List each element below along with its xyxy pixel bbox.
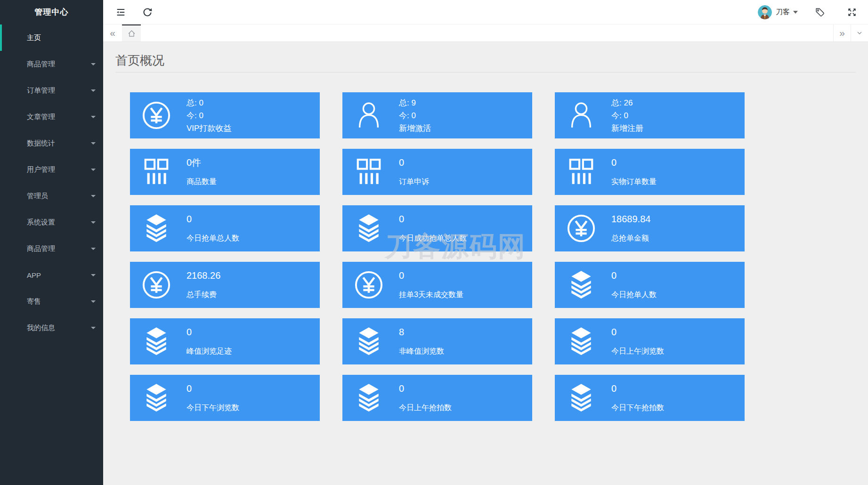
stat-today: 今: 0 <box>187 109 320 122</box>
stat-today: 今: 0 <box>611 109 745 122</box>
stat-value: 0 <box>399 157 532 168</box>
fullscreen-button[interactable] <box>843 0 861 24</box>
stat-total: 总: 0 <box>187 97 320 109</box>
grid-icon <box>354 157 383 186</box>
stat-card-total-grab-amount: 18689.84 总抢单金额 <box>555 205 745 251</box>
stat-value: 18689.84 <box>611 213 745 225</box>
stat-label: 总抢单金额 <box>611 234 745 243</box>
stat-card-morning-grabs: 0 今日上午抢拍数 <box>342 375 532 421</box>
topbar: 刀客 <box>103 0 868 24</box>
layers-icon <box>354 327 383 356</box>
menu-collapse-button[interactable] <box>112 0 130 24</box>
stat-card-afternoon-grabs: 0 今日下午抢拍数 <box>555 375 745 421</box>
sidebar-item-home[interactable]: 主页 <box>0 24 103 51</box>
refresh-button[interactable] <box>138 0 156 24</box>
stat-label: 今日抢单总人数 <box>187 234 320 243</box>
grid-icon <box>567 157 596 186</box>
sidebar-item-label: 商品管理 <box>27 244 55 253</box>
page-title: 首页概况 <box>115 52 856 69</box>
sidebar-item-label: 系统设置 <box>27 218 55 227</box>
tab-home[interactable] <box>122 24 141 41</box>
sidebar-item-articles[interactable]: 文章管理 <box>0 104 103 130</box>
layers-icon <box>354 214 383 243</box>
stat-card-vip-income: 总: 0 今: 0 VIP打款收益 <box>130 92 320 138</box>
tabs-menu-button[interactable] <box>851 24 868 41</box>
sidebar-item-label: 文章管理 <box>27 113 55 121</box>
stat-total: 总: 26 <box>611 97 745 109</box>
stat-cards-grid: 总: 0 今: 0 VIP打款收益 总: 9 今: 0 新增激活 总: 26 今… <box>130 92 745 421</box>
sidebar-item-label: 寄售 <box>27 297 41 306</box>
sidebar-item-goods-1[interactable]: 商品管理 <box>0 51 103 77</box>
stat-card-today-success-grab-users: 0 今日成功抢单总人数 <box>342 205 532 251</box>
stat-label: 订单申诉 <box>399 177 532 187</box>
sidebar-item-consign[interactable]: 寄售 <box>0 288 103 315</box>
sidebar-item-app[interactable]: APP <box>0 262 103 288</box>
user-icon <box>354 101 383 130</box>
sidebar-item-label: 主页 <box>27 33 41 42</box>
layers-icon <box>142 327 171 356</box>
stat-value: 0 <box>399 270 532 281</box>
stat-label: 今日上午浏览数 <box>611 347 745 356</box>
sidebar-item-label: 管理员 <box>27 192 48 201</box>
stat-card-morning-views: 0 今日上午浏览数 <box>555 318 745 364</box>
tabs-scroll-left-button[interactable]: « <box>103 24 122 41</box>
sidebar-item-label: APP <box>27 271 41 279</box>
cube-icon <box>11 297 21 306</box>
menu-collapse-icon <box>115 7 126 17</box>
cube-icon <box>11 270 21 280</box>
app-title: 管理中心 <box>0 0 103 24</box>
stat-card-goods-count: 0件 商品数量 <box>130 149 320 195</box>
yen-circle-icon <box>142 101 171 130</box>
chevron-down-icon <box>91 274 96 276</box>
stat-card-peak-views: 0 峰值浏览足迹 <box>130 318 320 364</box>
stat-label: 挂单3天未成交数量 <box>399 290 532 300</box>
stat-label: 商品数量 <box>187 177 320 187</box>
chevron-down-icon <box>91 89 96 92</box>
stat-label: 今日下午浏览数 <box>187 403 320 413</box>
layers-icon <box>567 327 596 356</box>
stat-today: 今: 0 <box>399 109 532 122</box>
user-menu[interactable]: 刀客 <box>758 5 798 19</box>
tag-button[interactable] <box>811 0 829 24</box>
chevron-down-icon <box>91 63 96 65</box>
sidebar-item-stats[interactable]: 数据统计 <box>0 130 103 156</box>
stat-value: 0件 <box>187 157 320 168</box>
sidebar-item-my-info[interactable]: 我的信息 <box>0 315 103 341</box>
chevron-down-icon <box>91 248 96 250</box>
stat-card-new-registrations: 总: 26 今: 0 新增注册 <box>555 92 745 138</box>
sidebar-item-settings[interactable]: 系统设置 <box>0 209 103 235</box>
stat-label: 今日抢单人数 <box>611 290 745 300</box>
stat-card-today-grab-people: 0 今日抢单人数 <box>555 262 745 308</box>
stat-card-total-fees: 2168.26 总手续费 <box>130 262 320 308</box>
stat-label: 今日上午抢拍数 <box>399 403 532 413</box>
layers-icon <box>142 214 171 243</box>
sidebar-item-label: 用户管理 <box>27 165 55 174</box>
chevron-down-icon <box>91 300 96 303</box>
sidebar-item-orders[interactable]: 订单管理 <box>0 77 103 104</box>
avatar <box>758 5 772 19</box>
stat-value: 0 <box>187 326 320 338</box>
sidebar-item-users[interactable]: 用户管理 <box>0 156 103 183</box>
stat-card-order-appeals: 0 订单申诉 <box>342 149 532 195</box>
yen-circle-icon <box>142 270 171 299</box>
stat-card-today-grab-users: 0 今日抢单总人数 <box>130 205 320 251</box>
sidebar-item-goods-2[interactable]: 商品管理 <box>0 235 103 262</box>
stat-card-new-activations: 总: 9 今: 0 新增激活 <box>342 92 532 138</box>
sidebar-item-admins[interactable]: 管理员 <box>0 183 103 209</box>
stat-value: 0 <box>187 213 320 225</box>
cube-icon <box>11 59 21 69</box>
stat-label: 今日下午抢拍数 <box>611 403 745 413</box>
chevron-down-icon <box>856 29 863 37</box>
cube-icon <box>11 165 21 174</box>
check-circle-icon <box>11 323 21 332</box>
main-content: 首页概况 刀客源码网 总: 0 今: 0 VIP打款收益 总: 9 今: 0 新… <box>103 42 868 485</box>
stat-label: 实物订单数量 <box>611 177 745 187</box>
tabs-scroll-right-button[interactable]: » <box>833 24 851 41</box>
stat-value: 0 <box>611 383 745 394</box>
user-icon <box>567 101 596 130</box>
stat-label: 非峰值浏览数 <box>399 347 532 356</box>
chevron-down-icon <box>793 11 798 14</box>
cube-icon <box>11 112 21 121</box>
stat-card-afternoon-views: 0 今日下午浏览数 <box>130 375 320 421</box>
cube-icon <box>11 218 21 227</box>
